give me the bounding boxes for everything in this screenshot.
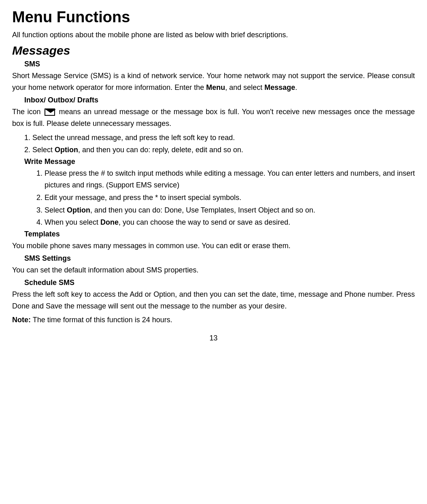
page-title: Menu Functions	[12, 8, 415, 27]
page-number: 13	[12, 334, 415, 342]
messages-heading: Messages	[12, 44, 415, 57]
templates-description: You mobile phone saves many messages in …	[12, 240, 415, 252]
write-message-item-4: When you select Done, you can choose the…	[45, 217, 415, 228]
intro-paragraph: All function options about the mobile ph…	[12, 29, 415, 41]
write-message-list: Please press the # to switch input metho…	[45, 168, 415, 228]
sms-settings-heading: SMS Settings	[24, 254, 415, 263]
done-bold: Done	[100, 218, 119, 226]
option-bold-2: Option	[67, 206, 90, 214]
templates-heading: Templates	[24, 230, 415, 238]
sms-description: Short Message Service (SMS) is a kind of…	[12, 70, 415, 94]
sms-settings-description: You can set the default information abou…	[12, 264, 415, 276]
envelope-icon	[45, 108, 55, 116]
inbox-list: Select the unread message, and press the…	[32, 132, 415, 156]
note-label: Note:	[12, 316, 31, 324]
inbox-list-item-1: Select the unread message, and press the…	[32, 132, 415, 144]
schedule-sms-description: Press the left soft key to access the Ad…	[12, 289, 415, 312]
menu-bold: Menu	[206, 83, 225, 91]
write-message-item-2: Edit your message, and press the * to in…	[45, 192, 415, 204]
schedule-sms-heading: Schedule SMS	[24, 279, 415, 287]
message-bold: Message	[264, 83, 295, 91]
sms-heading: SMS	[24, 60, 415, 68]
inbox-description: The icon means an unread message or the …	[12, 106, 415, 130]
write-message-item-1: Please press the # to switch input metho…	[45, 168, 415, 191]
inbox-outbox-drafts-heading: Inbox/ Outbox/ Drafts	[24, 96, 415, 104]
write-message-heading: Write Message	[24, 157, 415, 166]
inbox-list-item-2: Select Option, and then you can do: repl…	[32, 144, 415, 156]
write-message-item-3: Select Option, and then you can do: Done…	[45, 204, 415, 216]
note-paragraph: Note: The time format of this function i…	[12, 314, 415, 326]
option-bold-1: Option	[55, 146, 78, 154]
